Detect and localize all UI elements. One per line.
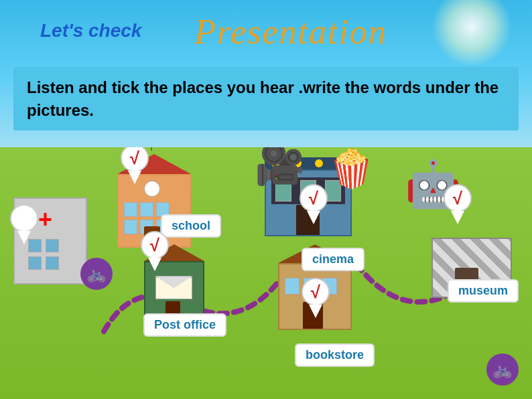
cinema-checkmark: √ bbox=[309, 188, 318, 209]
camera-icon: 🎥 bbox=[255, 144, 305, 184]
postoffice-pin: √ bbox=[141, 231, 169, 271]
bike-icon-right: 🚲 bbox=[486, 353, 519, 386]
bike-symbol-left: 🚲 bbox=[86, 264, 107, 283]
school-window bbox=[140, 202, 153, 217]
hospital-window bbox=[46, 239, 59, 252]
instruction-text: Listen and tick the places you hear .wri… bbox=[27, 76, 505, 121]
postoffice-checkmark: √ bbox=[150, 235, 159, 256]
bike-icon-left: 🚲 bbox=[80, 258, 113, 290]
slide: Let's check Presentation Listen and tick… bbox=[0, 0, 532, 399]
lets-check-label: Let's check bbox=[40, 20, 141, 42]
school-window bbox=[124, 220, 137, 234]
museum-pin: √ bbox=[444, 184, 472, 224]
presentation-title: Presentation bbox=[194, 12, 387, 52]
bookstore-window bbox=[285, 278, 300, 295]
bike-symbol-right: 🚲 bbox=[492, 360, 513, 379]
bookstore-label: bookstore bbox=[295, 343, 375, 367]
school-window bbox=[124, 202, 137, 217]
hospital-pin bbox=[10, 204, 38, 244]
school-pin: √ bbox=[121, 144, 149, 184]
cinema-pin: √ bbox=[300, 184, 328, 224]
hospital-window bbox=[46, 256, 59, 270]
museum-checkmark: √ bbox=[453, 188, 462, 209]
postoffice-envelope bbox=[155, 276, 192, 299]
hospital-cross: + bbox=[38, 206, 52, 234]
instruction-box: Listen and tick the places you hear .wri… bbox=[13, 67, 519, 131]
popcorn-icon: 🍿 bbox=[328, 147, 375, 191]
scene: + 🚲 bbox=[0, 144, 532, 399]
school-label: school bbox=[161, 214, 221, 238]
museum-label: museum bbox=[448, 279, 519, 303]
bookstore-checkmark: √ bbox=[311, 282, 320, 303]
school-checkmark: √ bbox=[130, 148, 139, 169]
hospital-window bbox=[28, 256, 42, 270]
cinema-light bbox=[315, 159, 323, 167]
postoffice-label: Post office bbox=[143, 313, 226, 337]
bookstore-pin: √ bbox=[302, 278, 330, 318]
cinema-label: cinema bbox=[302, 248, 364, 271]
